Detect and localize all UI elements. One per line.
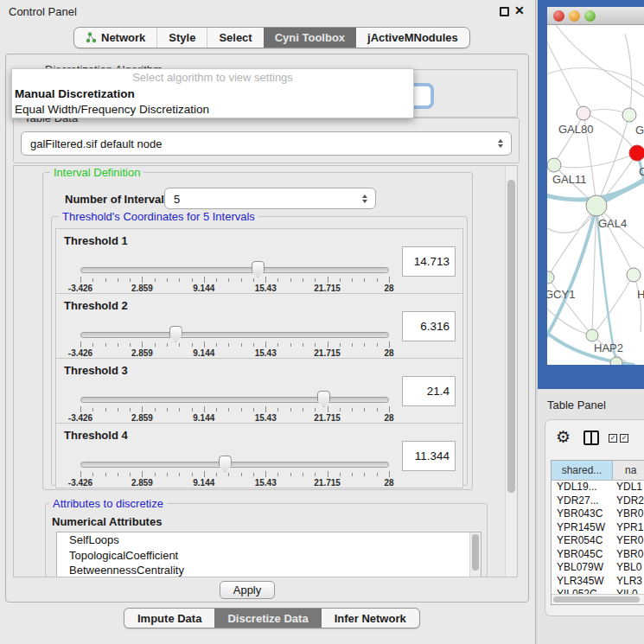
column-header-name[interactable]: na [613,461,644,480]
close-icon[interactable]: ✕ [514,3,525,17]
settings-scrollbar[interactable] [505,166,517,577]
scrollbar-thumb[interactable] [507,180,515,493]
scrollbar-thumb[interactable] [472,534,479,571]
control-panel-window: Control Panel ✕ Network Style Select Cyn… [0,0,536,644]
numerical-attributes-list[interactable]: SelfLoopsTopologicalCoefficientBetweenne… [56,532,481,577]
gear-icon[interactable]: ⚙ [556,427,571,447]
table-row[interactable]: YLR345WYLR3 [552,575,644,589]
attributes-to-discretize-group: Attributes to discretize Numerical Attri… [45,503,488,577]
tab-network[interactable]: Network [74,28,156,48]
tab-label: Style [169,31,195,44]
zoom-traffic-light-icon[interactable] [584,10,596,22]
apply-button[interactable]: Apply [220,581,275,599]
group-title: Threshold's Coordinates for 5 Intervals [59,210,258,223]
slider-ticks [80,341,389,348]
columns-icon[interactable] [583,430,599,445]
slider-thumb[interactable] [252,261,265,277]
num-intervals-dropdown[interactable]: 5 [164,188,376,209]
table-cell[interactable]: YPR145W [552,521,613,535]
node-label-gal11: GAL11 [552,173,587,186]
table-cell[interactable]: YDR2 [613,494,644,508]
slider-track[interactable] [80,462,389,468]
tab-style[interactable]: Style [156,28,207,48]
table-cell[interactable]: YBL0 [613,561,644,575]
threshold-3-panel: Threshold 3 -3.4262.8599.14415.4321.7152… [55,358,463,424]
table-cell[interactable]: YER054C [552,534,613,548]
table-row[interactable]: YDR27...YDR2 [552,494,644,508]
attribute-item[interactable]: BetweennessCentrality [57,563,481,577]
slider-thumb[interactable] [219,456,232,472]
slider-thumb[interactable] [169,326,182,342]
table-horizontal-scrollbar[interactable] [552,594,644,604]
tab-impute-data[interactable]: Impute Data [124,609,214,628]
network-window-titlebar[interactable] [547,7,644,25]
slider-track[interactable] [80,397,389,403]
checkbox-icon[interactable]: ✓ [609,434,617,443]
attribute-item[interactable]: TopologicalCoefficient [57,548,481,564]
group-title: Interval Definition [50,166,143,179]
threshold-2-value-field[interactable] [402,311,456,341]
node-label-gal80: GAL80 [558,123,593,136]
table-cell[interactable]: YBR0 [613,507,644,521]
table-cell[interactable]: YDL1 [613,481,644,494]
table-row[interactable]: YDL19...YDL1 [552,481,644,494]
table-cell[interactable]: YER0 [613,534,644,548]
table-row[interactable]: YBL079WYBL0 [552,561,644,575]
slider-track[interactable] [80,332,389,338]
table-data-dropdown[interactable]: galFiltered.sif default node [21,131,512,156]
node-label-gcy1: GCY1 [547,288,575,301]
table-row[interactable]: YBR043CYBR0 [552,507,644,521]
threshold-3-value-field[interactable] [402,376,456,406]
tab-select[interactable]: Select [207,28,263,48]
dropdown-option-equal-width-frequency[interactable]: Equal Width/Frequency Discretization [12,102,413,118]
dropdown-option-manual-discretization[interactable]: Manual Discretization [12,86,413,102]
table-cell[interactable]: YLR3 [613,575,644,589]
network-node [586,329,598,341]
threshold-4-slider[interactable]: -3.4262.8599.14415.4321.71528 [80,424,389,489]
table-cell[interactable]: YBR0 [613,548,644,562]
table-cell[interactable]: YDL19... [552,481,613,494]
tab-cyni-toolbox[interactable]: Cyni Toolbox [264,28,356,48]
network-canvas[interactable]: GAL80 G C GAL11 GAL4 GCY1 H HAP2 [547,25,644,365]
threshold-4-value-field[interactable] [402,441,456,471]
tab-label: Cyni Toolbox [275,31,345,44]
tab-label: jActiveMNodules [367,31,458,44]
float-window-icon[interactable] [500,7,509,16]
slider-track[interactable] [80,267,389,273]
column-header-shared-name[interactable]: shared... [552,461,613,480]
threshold-1-slider[interactable]: -3.4262.8599.14415.4321.71528 [80,229,389,295]
threshold-1-value-field[interactable] [402,246,456,277]
table-header-row: shared... na [552,461,644,481]
algorithm-dropdown-popup: Select algorithm to view settings Manual… [11,68,414,118]
tab-label: Network [101,31,145,44]
threshold-2-slider[interactable]: -3.4262.8599.14415.4321.71528 [80,294,389,360]
tab-jactivemnodules[interactable]: jActiveMNodules [356,28,469,48]
table-cell[interactable]: YBR045C [552,548,613,562]
table-cell[interactable]: YLR345W [552,575,613,589]
threshold-4-panel: Threshold 4 -3.4262.8599.14415.4321.7152… [55,423,463,488]
network-node [586,195,607,216]
table-cell[interactable]: YBR043C [552,507,613,521]
minimize-traffic-light-icon[interactable] [569,10,580,22]
table-cell[interactable]: YPR1 [613,521,644,535]
list-scrollbar[interactable] [469,532,481,577]
tab-discretize-data[interactable]: Discretize Data [214,609,321,628]
network-node [577,106,590,120]
checkbox-icon[interactable]: ✓ [620,434,628,443]
network-node [547,158,561,172]
close-traffic-light-icon[interactable] [553,10,564,22]
threshold-3-slider[interactable]: -3.4262.8599.14415.4321.71528 [80,359,389,424]
table-row[interactable]: YER054CYER0 [552,534,644,548]
slider-thumb[interactable] [317,391,330,407]
attribute-item[interactable]: SelfLoops [57,532,481,548]
table-row[interactable]: YPR145WYPR1 [552,521,644,535]
group-title: Attributes to discretize [49,497,167,510]
slider-ticks [80,406,389,413]
tab-infer-network[interactable]: Infer Network [322,609,419,628]
scrollbar-thumb[interactable] [553,596,640,603]
table-row[interactable]: YBR045CYBR0 [552,548,644,562]
table-cell[interactable]: YBL079W [552,561,613,575]
table-cell[interactable]: YDR27... [552,494,613,508]
threshold-1-panel: Threshold 1 -3.4262.8599.14415.4321.7152… [55,228,463,294]
tab-label: Infer Network [335,612,406,625]
